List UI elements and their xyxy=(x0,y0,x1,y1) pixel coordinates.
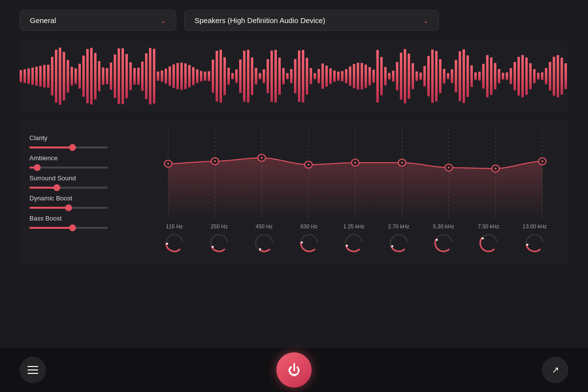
dynamic_boost-label: Dynamic Boost xyxy=(29,195,142,202)
power-button-outer: ⏻ xyxy=(272,348,316,392)
eq-knob-4[interactable] xyxy=(343,232,365,254)
eq-knob-8[interactable] xyxy=(524,232,545,254)
ambience-thumb xyxy=(34,164,41,171)
speakers-dropdown[interactable]: Speakers (High Definition Audio Device) … xyxy=(184,10,439,31)
knob-svg-6 xyxy=(433,232,454,254)
svg-point-24 xyxy=(494,168,496,170)
knob-svg-3 xyxy=(298,232,320,254)
svg-point-29 xyxy=(259,248,261,250)
eq-band-label-6: 5.30 kHz xyxy=(433,223,454,229)
eq-band-label-0: 115 Hz xyxy=(166,223,183,229)
svg-point-32 xyxy=(391,245,393,247)
expand-button[interactable]: ↗ xyxy=(542,357,568,383)
svg-point-14 xyxy=(261,157,263,159)
eq-knob-0[interactable] xyxy=(164,232,185,254)
eq-band-label-5: 2.70 kHz xyxy=(388,223,409,229)
eq-knob-1[interactable] xyxy=(208,232,230,254)
bass_boost-slider[interactable] xyxy=(29,227,108,229)
eq-band-1: 250 Hz xyxy=(208,223,230,254)
knob-svg-5 xyxy=(388,232,410,254)
menu-line xyxy=(27,366,38,367)
knob-svg-2 xyxy=(253,232,275,254)
waveform-display xyxy=(20,41,568,112)
waveform-canvas xyxy=(20,41,568,112)
eq-band-8: 13.00 kHz xyxy=(523,223,547,254)
knob-svg-4 xyxy=(343,232,365,254)
svg-point-20 xyxy=(401,162,403,164)
eq-knob-6[interactable] xyxy=(433,232,454,254)
eq-knob-3[interactable] xyxy=(298,232,320,254)
eq-band-0: 115 Hz xyxy=(164,223,185,254)
knob-svg-0 xyxy=(164,232,185,254)
bottom-bar: ⏻ ↗ xyxy=(0,348,588,392)
dynamic_boost-slider[interactable] xyxy=(29,207,108,209)
bass_boost-fill xyxy=(29,227,73,229)
bass_boost-label: Bass Boost xyxy=(29,215,142,222)
eq-band-label-7: 7.50 kHz xyxy=(478,223,499,229)
eq-band-4: 1.25 kHz xyxy=(343,223,365,254)
eq-knob-5[interactable] xyxy=(388,232,410,254)
eq-band-label-2: 450 Hz xyxy=(256,223,273,229)
eq-band-label-3: 630 Hz xyxy=(300,223,318,229)
expand-icon: ↗ xyxy=(552,365,559,375)
eq-band-3: 630 Hz xyxy=(298,223,320,254)
chevron-down-icon: ⌄ xyxy=(423,17,429,24)
dynamic_boost-fill xyxy=(29,207,69,209)
bass_boost-thumb xyxy=(69,224,76,231)
power-icon: ⏻ xyxy=(288,363,300,378)
clarity-label: Clarity xyxy=(29,134,142,142)
svg-point-34 xyxy=(482,238,484,240)
control-surround_sound: Surround Sound xyxy=(29,174,142,191)
svg-point-22 xyxy=(448,167,450,169)
eq-band-label-8: 13.00 kHz xyxy=(523,223,547,229)
ambience-slider[interactable] xyxy=(29,167,108,169)
knob-svg-8 xyxy=(524,232,545,254)
svg-point-12 xyxy=(214,160,216,162)
svg-point-30 xyxy=(301,242,303,244)
svg-point-31 xyxy=(346,245,348,246)
eq-band-5: 2.70 kHz xyxy=(388,223,410,254)
control-clarity: Clarity xyxy=(29,134,142,150)
surround_sound-label: Surround Sound xyxy=(29,174,142,182)
general-dropdown-label: General xyxy=(30,16,56,24)
control-bass_boost: Bass Boost xyxy=(29,215,142,231)
knob-svg-1 xyxy=(208,232,230,254)
svg-point-10 xyxy=(167,163,169,165)
surround_sound-slider[interactable] xyxy=(29,187,108,189)
svg-point-26 xyxy=(541,160,543,162)
svg-point-16 xyxy=(307,164,309,166)
dynamic_boost-thumb xyxy=(65,204,72,211)
control-ambience: Ambience xyxy=(29,154,142,171)
menu-line xyxy=(27,369,38,370)
eq-band-2: 450 Hz xyxy=(253,223,275,254)
top-bar: General ⌄ Speakers (High Definition Audi… xyxy=(0,0,588,41)
knob-svg-7 xyxy=(478,232,499,254)
chevron-down-icon: ⌄ xyxy=(160,17,166,24)
svg-point-35 xyxy=(527,244,529,245)
clarity-thumb xyxy=(69,144,76,151)
general-dropdown[interactable]: General ⌄ xyxy=(20,10,176,31)
svg-point-28 xyxy=(212,246,214,248)
eq-band-label-1: 250 Hz xyxy=(211,223,228,229)
svg-point-33 xyxy=(436,239,438,241)
eq-knobs-row: 115 Hz250 Hz450 Hz630 Hz1.25 kHz2.70 kHz… xyxy=(152,221,559,254)
surround_sound-thumb xyxy=(53,184,60,191)
power-button[interactable]: ⏻ xyxy=(276,352,312,388)
menu-line xyxy=(27,373,38,374)
eq-band-6: 5.30 kHz xyxy=(433,223,454,254)
eq-band-7: 7.50 kHz xyxy=(478,223,499,254)
eq-graph xyxy=(152,129,559,218)
menu-button[interactable] xyxy=(20,357,46,383)
speakers-dropdown-label: Speakers (High Definition Audio Device) xyxy=(195,16,325,24)
eq-knob-2[interactable] xyxy=(253,232,275,254)
control-dynamic_boost: Dynamic Boost xyxy=(29,195,142,211)
clarity-fill xyxy=(29,147,73,148)
eq-panel: 115 Hz250 Hz450 Hz630 Hz1.25 kHz2.70 kHz… xyxy=(152,129,559,254)
eq-knob-7[interactable] xyxy=(478,232,499,254)
svg-point-18 xyxy=(354,162,356,164)
eq-band-label-4: 1.25 kHz xyxy=(343,223,364,229)
svg-point-27 xyxy=(166,243,168,245)
clarity-slider[interactable] xyxy=(29,147,108,148)
eq-line-svg xyxy=(152,129,559,218)
controls-panel: ClarityAmbienceSurround SoundDynamic Boo… xyxy=(29,129,142,254)
